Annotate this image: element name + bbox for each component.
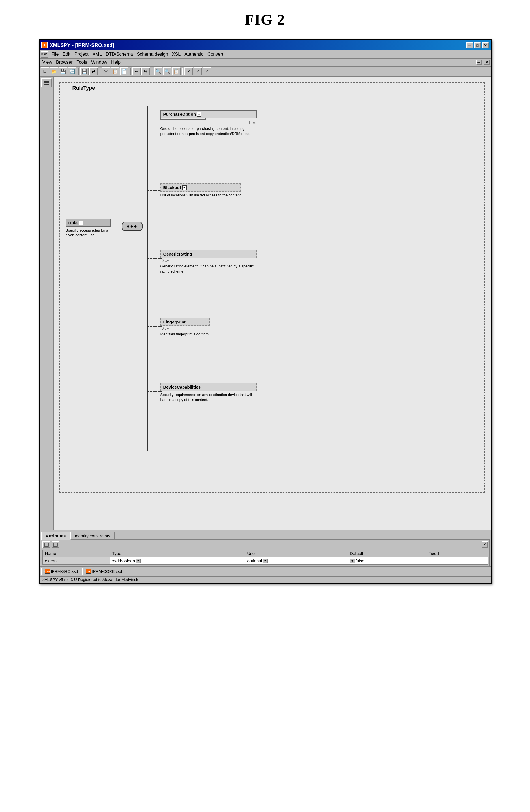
check2-button[interactable]: ✓ <box>194 67 202 75</box>
cut-button[interactable]: ✂ <box>102 67 111 75</box>
ruletype-label: RuleType <box>71 85 96 91</box>
attr-tool-1[interactable] <box>42 541 50 548</box>
minimize-button[interactable]: ─ <box>466 42 473 48</box>
print-button[interactable]: 🖨 <box>89 67 98 75</box>
menu-file[interactable]: File <box>50 51 61 57</box>
menu-help[interactable]: Help <box>109 59 122 66</box>
element-devicecapabilities: DeviceCapabilities Security requirements… <box>160 383 257 403</box>
file-icon-1: BSD <box>45 569 50 574</box>
attr-default: ▼ false <box>348 557 426 565</box>
menu-convert[interactable]: Convert <box>206 51 225 57</box>
svg-rect-0 <box>44 81 49 82</box>
genericrating-desc: Generic rating element. It can be substi… <box>160 264 257 274</box>
menu-icon: BSD <box>41 51 48 58</box>
element-fingerprint: Fingerprint 0..∞ Identifies fingerprint … <box>160 318 210 337</box>
left-sidebar <box>40 77 54 530</box>
attr-type: xsd:boolean ▼ <box>110 557 245 565</box>
menu-view[interactable]: View <box>41 59 54 66</box>
col-default: Default <box>348 550 426 557</box>
close-button[interactable]: ✕ <box>482 42 489 48</box>
rule-label: Rule <box>69 220 78 225</box>
col-type: Type <box>110 550 245 557</box>
status-text: XMLSPY v5 rel. 3 U Registered to Alexand… <box>42 577 138 582</box>
attr-use: optional ▼ <box>245 557 348 565</box>
new-button[interactable]: □ <box>41 67 49 75</box>
redo-button[interactable]: ↪ <box>142 67 150 75</box>
menu-browser[interactable]: Browser <box>54 59 74 66</box>
rule-description: Specific access rules for a given conten… <box>65 228 111 238</box>
menu-dtdschema[interactable]: DTD/Schema <box>104 51 135 57</box>
menu-bar-2: View Browser Tools Window Help ─ ✕ <box>40 59 491 67</box>
menu-edit[interactable]: Edit <box>61 51 72 57</box>
use-dropdown[interactable]: ▼ <box>263 559 268 563</box>
blackout-expand-btn[interactable]: + <box>182 185 187 190</box>
open-button[interactable]: 📂 <box>50 67 58 75</box>
file-tab-1[interactable]: BSD IPRM-SRO.xsd <box>41 568 82 575</box>
attributes-table: Name Type Use Default Fixed extern xsd:b… <box>42 550 488 565</box>
save2-button[interactable]: 💾 <box>80 67 89 75</box>
status-bar: XMLSPY v5 rel. 3 U Registered to Alexand… <box>40 576 491 583</box>
undo-button[interactable]: ↩ <box>132 67 141 75</box>
tabs-row: Attributes Identity constraints <box>40 530 491 539</box>
tab-attributes[interactable]: Attributes <box>41 532 71 540</box>
app-icon: X <box>41 42 47 48</box>
connector-pill: ●●● <box>122 222 143 231</box>
attr-tool-2[interactable]: + <box>51 541 59 548</box>
type-dropdown[interactable]: ▼ <box>135 559 141 563</box>
title-bar: X XMLSPY - [IPRM-SRO.xsd] ─ □ ✕ <box>40 40 491 50</box>
element-blackout: Blackout + List of locations with limite… <box>160 184 241 198</box>
attributes-panel: + ✕ Name Type Use Default Fixed <box>41 539 489 566</box>
element-purchaseoption: PurchaseOption + 1..∞ One of the options… <box>160 110 257 136</box>
menu-xml[interactable]: XML <box>91 51 104 57</box>
toolbar: □ 📂 💾 🔄 💾 🖨 ✂ 📋 📄 ↩ ↪ 🔍 🔍 📋 ✓ ✓ ✓ <box>40 67 491 77</box>
close-sub-button[interactable]: ✕ <box>484 60 489 65</box>
menu-window[interactable]: Window <box>89 59 109 66</box>
bottom-area: Attributes Identity constraints <box>40 530 491 566</box>
check3-button[interactable]: ✓ <box>203 67 211 75</box>
file-icon-2: BSD <box>86 569 91 574</box>
clipboard-button[interactable]: 📋 <box>172 67 180 75</box>
save-button[interactable]: 💾 <box>59 67 67 75</box>
attr-fixed <box>426 557 488 565</box>
file-tabs-row: BSD IPRM-SRO.xsd BSD IPRM-CORE.xsd <box>40 566 491 576</box>
svg-rect-1 <box>44 82 49 83</box>
purchaseoption-expand-btn[interactable]: + <box>197 112 202 117</box>
maximize-button[interactable]: □ <box>474 42 481 48</box>
schema-canvas: RuleType Rule − Specific access rules fo… <box>54 77 491 530</box>
paste-button[interactable]: 📄 <box>120 67 129 75</box>
reload-button[interactable]: 🔄 <box>68 67 76 75</box>
element-genericrating: GenericRating 0..∞ Generic rating elemen… <box>160 250 257 274</box>
svg-text:+: + <box>56 544 57 546</box>
page-title: FIG 2 <box>245 11 285 28</box>
menu-schemadesign[interactable]: Schema design <box>135 51 170 57</box>
blackout-desc: List of locations with limited access to… <box>160 193 241 198</box>
col-use: Use <box>245 550 348 557</box>
menu-xsl[interactable]: XSL <box>170 51 182 57</box>
copy-button[interactable]: 📋 <box>111 67 119 75</box>
menu-authentic[interactable]: Authentic <box>183 51 205 57</box>
table-row: extern xsd:boolean ▼ optional ▼ <box>42 557 488 565</box>
purchaseoption-desc: One of the options for purchasing conten… <box>160 126 257 136</box>
tab-identity-constraints[interactable]: Identity constraints <box>70 532 115 540</box>
main-area: RuleType Rule − Specific access rules fo… <box>40 77 491 530</box>
col-name: Name <box>42 550 110 557</box>
menu-bar-1: BSD File Edit Project XML DTD/Schema Sch… <box>40 50 491 59</box>
attr-close-btn[interactable]: ✕ <box>482 541 488 548</box>
default-dropdown[interactable]: ▼ <box>350 559 355 563</box>
svg-rect-2 <box>44 84 49 85</box>
schema-outer: RuleType Rule − Specific access rules fo… <box>59 82 485 493</box>
check1-button[interactable]: ✓ <box>185 67 193 75</box>
search2-button[interactable]: 🔍 <box>163 67 172 75</box>
svg-rect-11 <box>44 543 48 546</box>
search-button[interactable]: 🔍 <box>154 67 162 75</box>
file-tab-2[interactable]: BSD IPRM-CORE.xsd <box>82 568 126 575</box>
menu-project[interactable]: Project <box>73 51 90 57</box>
rule-expand-btn[interactable]: − <box>79 221 83 225</box>
menu-tools[interactable]: Tools <box>75 59 89 66</box>
col-fixed: Fixed <box>426 550 488 557</box>
fingerprint-desc: Identifies fingerprint algorithm. <box>160 332 210 337</box>
devicecapabilities-desc: Security requirements on any destination… <box>160 392 257 403</box>
sidebar-button[interactable] <box>41 78 51 87</box>
rule-element: Rule − Specific access rules for a given… <box>65 219 111 238</box>
restore-button[interactable]: ─ <box>476 60 482 65</box>
